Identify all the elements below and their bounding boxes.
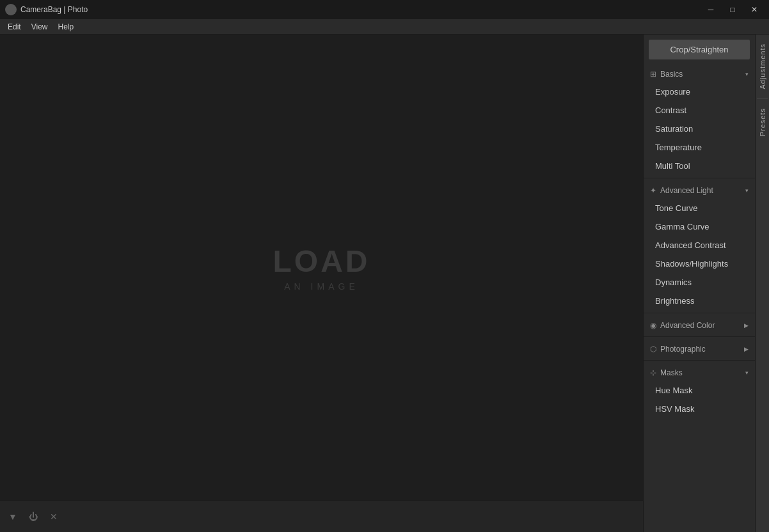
advanced-light-label: Advanced Light (660, 186, 741, 195)
menu-edit[interactable]: Edit (3, 21, 26, 33)
load-text-main: LOAD (273, 244, 370, 279)
close-button[interactable]: ✕ (745, 3, 764, 16)
panel-item-gamma-curve[interactable]: Gamma Curve (644, 217, 755, 236)
advanced-color-label: Advanced Color (660, 321, 740, 330)
divider-1 (644, 178, 755, 178)
panel-item-hsv-mask[interactable]: HSV Mask (644, 400, 755, 418)
divider-3 (644, 336, 755, 337)
panel-item-shadows-highlights[interactable]: Shadows/Highlights (644, 254, 755, 273)
panel-item-contrast[interactable]: Contrast (644, 101, 755, 120)
bottom-icon-close[interactable]: ✕ (47, 510, 60, 523)
divider-2 (644, 313, 755, 313)
panel-item-multi-tool[interactable]: Multi Tool (644, 157, 755, 175)
bottom-icon-down[interactable]: ▼ (6, 510, 19, 523)
photographic-icon: ⬡ (650, 345, 656, 354)
title-bar: CameraBag | Photo ─ □ ✕ (0, 0, 769, 19)
section-photographic-header[interactable]: ⬡ Photographic ▶ (644, 340, 755, 357)
window-title: CameraBag | Photo (20, 5, 701, 14)
canvas-area: LOAD AN IMAGE ▼ ⏻ ✕ (0, 35, 643, 532)
panel-item-exposure[interactable]: Exposure (644, 82, 755, 101)
panel-item-advanced-contrast[interactable]: Advanced Contrast (644, 236, 755, 254)
panel-item-brightness[interactable]: Brightness (644, 292, 755, 310)
panel-item-temperature[interactable]: Temperature (644, 138, 755, 157)
menu-bar: Edit View Help (0, 19, 769, 35)
advanced-color-icon: ◉ (650, 321, 656, 330)
canvas-bottom-bar: ▼ ⏻ ✕ (0, 500, 643, 532)
minimize-button[interactable]: ─ (701, 3, 720, 16)
advanced-light-icon: ✦ (650, 186, 656, 195)
basics-arrow: ▾ (745, 71, 749, 77)
photographic-arrow: ▶ (744, 346, 749, 352)
main-area: LOAD AN IMAGE ▼ ⏻ ✕ Crop/Straighten ⊞ Ba… (0, 35, 769, 532)
side-tabs: Adjustments Presets (755, 35, 769, 532)
section-advanced-light-header[interactable]: ✦ Advanced Light ▾ (644, 181, 755, 199)
panel-item-hue-mask[interactable]: Hue Mask (644, 381, 755, 400)
canvas-content: LOAD AN IMAGE (0, 35, 643, 500)
masks-icon: ⊹ (650, 368, 656, 377)
basics-label: Basics (660, 70, 741, 79)
load-text-sub: AN IMAGE (284, 281, 358, 292)
bottom-icon-power[interactable]: ⏻ (27, 510, 40, 523)
window-controls: ─ □ ✕ (701, 3, 764, 16)
right-panel: Crop/Straighten ⊞ Basics ▾ Exposure Cont… (643, 35, 755, 532)
maximize-button[interactable]: □ (723, 3, 742, 16)
tab-adjustments[interactable]: Adjustments (756, 35, 769, 98)
tab-presets[interactable]: Presets (756, 99, 769, 145)
panel-item-saturation[interactable]: Saturation (644, 120, 755, 138)
menu-view[interactable]: View (26, 21, 53, 33)
panel-scroll[interactable]: ⊞ Basics ▾ Exposure Contrast Saturation … (644, 65, 755, 532)
photographic-label: Photographic (660, 345, 740, 354)
basics-icon: ⊞ (650, 70, 656, 79)
crop-straighten-button[interactable]: Crop/Straighten (649, 40, 750, 59)
divider-4 (644, 360, 755, 361)
advanced-color-arrow: ▶ (744, 322, 749, 329)
masks-arrow: ▾ (745, 370, 749, 376)
advanced-light-arrow: ▾ (745, 187, 749, 194)
section-masks-header[interactable]: ⊹ Masks ▾ (644, 363, 755, 381)
panel-item-dynamics[interactable]: Dynamics (644, 273, 755, 292)
menu-help[interactable]: Help (52, 21, 79, 33)
section-basics-header[interactable]: ⊞ Basics ▾ (644, 65, 755, 82)
app-icon (5, 4, 17, 15)
panel-item-tone-curve[interactable]: Tone Curve (644, 199, 755, 217)
masks-label: Masks (660, 368, 741, 377)
section-advanced-color-header[interactable]: ◉ Advanced Color ▶ (644, 316, 755, 334)
